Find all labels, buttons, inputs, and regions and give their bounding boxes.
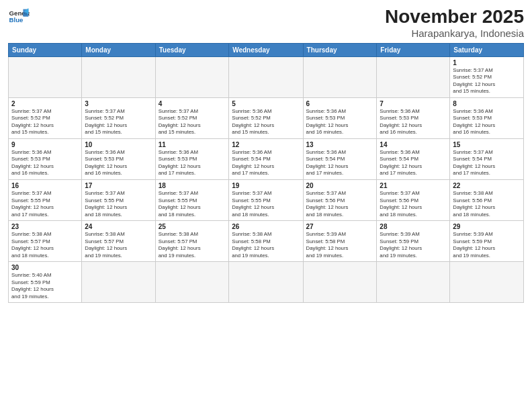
weekday-header-tuesday: Tuesday xyxy=(155,43,229,56)
calendar-cell xyxy=(9,56,82,97)
calendar-cell: 28Sunrise: 5:39 AM Sunset: 5:59 PM Dayli… xyxy=(377,221,450,262)
day-number: 11 xyxy=(159,141,226,148)
calendar-table: SundayMondayTuesdayWednesdayThursdayFrid… xyxy=(8,43,524,303)
calendar-cell xyxy=(303,56,377,97)
day-number: 6 xyxy=(306,100,374,107)
calendar-cell: 30Sunrise: 5:40 AM Sunset: 5:59 PM Dayli… xyxy=(9,262,82,303)
calendar-cell: 17Sunrise: 5:37 AM Sunset: 5:55 PM Dayli… xyxy=(82,179,155,220)
day-number: 16 xyxy=(11,182,79,189)
day-info: Sunrise: 5:36 AM Sunset: 5:52 PM Dayligh… xyxy=(232,108,300,136)
calendar-cell xyxy=(229,56,303,97)
calendar-cell: 14Sunrise: 5:36 AM Sunset: 5:54 PM Dayli… xyxy=(377,138,450,179)
day-info: Sunrise: 5:38 AM Sunset: 5:56 PM Dayligh… xyxy=(453,190,521,218)
day-info: Sunrise: 5:37 AM Sunset: 5:56 PM Dayligh… xyxy=(380,190,447,218)
day-number: 28 xyxy=(380,223,447,230)
calendar-cell: 26Sunrise: 5:38 AM Sunset: 5:58 PM Dayli… xyxy=(229,221,303,262)
day-info: Sunrise: 5:37 AM Sunset: 5:55 PM Dayligh… xyxy=(159,190,226,218)
day-info: Sunrise: 5:37 AM Sunset: 5:55 PM Dayligh… xyxy=(232,190,300,218)
page-subtitle: Harapankarya, Indonesia xyxy=(385,28,524,39)
day-info: Sunrise: 5:38 AM Sunset: 5:58 PM Dayligh… xyxy=(232,231,300,259)
day-number: 25 xyxy=(159,223,226,230)
weekday-header-thursday: Thursday xyxy=(303,43,377,56)
day-number: 19 xyxy=(232,182,300,189)
calendar-cell: 9Sunrise: 5:36 AM Sunset: 5:53 PM Daylig… xyxy=(9,138,82,179)
day-number: 24 xyxy=(85,223,152,230)
day-number: 1 xyxy=(453,59,521,66)
page: General Blue November 2025 Harapankarya,… xyxy=(0,0,532,411)
day-info: Sunrise: 5:37 AM Sunset: 5:52 PM Dayligh… xyxy=(159,108,226,136)
day-info: Sunrise: 5:39 AM Sunset: 5:58 PM Dayligh… xyxy=(306,231,374,259)
svg-text:Blue: Blue xyxy=(9,16,24,24)
day-info: Sunrise: 5:37 AM Sunset: 5:56 PM Dayligh… xyxy=(306,190,374,218)
day-number: 20 xyxy=(306,182,374,189)
calendar-cell: 18Sunrise: 5:37 AM Sunset: 5:55 PM Dayli… xyxy=(155,179,229,220)
calendar-cell: 16Sunrise: 5:37 AM Sunset: 5:55 PM Dayli… xyxy=(9,179,82,220)
day-number: 8 xyxy=(453,100,521,107)
day-number: 27 xyxy=(306,223,374,230)
calendar-week-6: 30Sunrise: 5:40 AM Sunset: 5:59 PM Dayli… xyxy=(9,262,524,303)
calendar-cell xyxy=(155,56,229,97)
calendar-week-1: 1Sunrise: 5:37 AM Sunset: 5:52 PM Daylig… xyxy=(9,56,524,97)
calendar-cell xyxy=(82,56,155,97)
calendar-cell: 5Sunrise: 5:36 AM Sunset: 5:52 PM Daylig… xyxy=(229,97,303,138)
day-number: 7 xyxy=(380,100,447,107)
weekday-header-friday: Friday xyxy=(377,43,450,56)
day-number: 23 xyxy=(11,223,79,230)
calendar-week-5: 23Sunrise: 5:38 AM Sunset: 5:57 PM Dayli… xyxy=(9,221,524,262)
day-info: Sunrise: 5:37 AM Sunset: 5:52 PM Dayligh… xyxy=(11,108,79,136)
day-number: 18 xyxy=(159,182,226,189)
day-number: 29 xyxy=(453,223,521,230)
day-info: Sunrise: 5:38 AM Sunset: 5:57 PM Dayligh… xyxy=(85,231,152,259)
calendar-cell: 15Sunrise: 5:37 AM Sunset: 5:54 PM Dayli… xyxy=(450,138,524,179)
day-number: 14 xyxy=(380,141,447,148)
calendar-cell: 13Sunrise: 5:36 AM Sunset: 5:54 PM Dayli… xyxy=(303,138,377,179)
day-info: Sunrise: 5:36 AM Sunset: 5:54 PM Dayligh… xyxy=(380,149,447,177)
calendar-cell: 7Sunrise: 5:36 AM Sunset: 5:53 PM Daylig… xyxy=(377,97,450,138)
day-info: Sunrise: 5:36 AM Sunset: 5:53 PM Dayligh… xyxy=(306,108,374,136)
day-number: 9 xyxy=(11,141,79,148)
calendar-header-row: SundayMondayTuesdayWednesdayThursdayFrid… xyxy=(9,43,524,56)
calendar-cell xyxy=(377,262,450,303)
day-info: Sunrise: 5:40 AM Sunset: 5:59 PM Dayligh… xyxy=(11,272,79,300)
calendar-cell: 12Sunrise: 5:36 AM Sunset: 5:54 PM Dayli… xyxy=(229,138,303,179)
calendar-cell: 6Sunrise: 5:36 AM Sunset: 5:53 PM Daylig… xyxy=(303,97,377,138)
calendar-cell xyxy=(229,262,303,303)
day-info: Sunrise: 5:37 AM Sunset: 5:52 PM Dayligh… xyxy=(453,67,521,95)
calendar-cell: 29Sunrise: 5:39 AM Sunset: 5:59 PM Dayli… xyxy=(450,221,524,262)
calendar-cell xyxy=(82,262,155,303)
day-info: Sunrise: 5:36 AM Sunset: 5:53 PM Dayligh… xyxy=(453,108,521,136)
calendar-cell: 22Sunrise: 5:38 AM Sunset: 5:56 PM Dayli… xyxy=(450,179,524,220)
day-number: 30 xyxy=(11,264,79,271)
day-info: Sunrise: 5:38 AM Sunset: 5:57 PM Dayligh… xyxy=(159,231,226,259)
calendar-cell: 27Sunrise: 5:39 AM Sunset: 5:58 PM Dayli… xyxy=(303,221,377,262)
header: General Blue November 2025 Harapankarya,… xyxy=(8,7,524,39)
day-info: Sunrise: 5:37 AM Sunset: 5:52 PM Dayligh… xyxy=(85,108,152,136)
day-info: Sunrise: 5:36 AM Sunset: 5:53 PM Dayligh… xyxy=(85,149,152,177)
page-title: November 2025 xyxy=(385,7,524,28)
day-number: 4 xyxy=(159,100,226,107)
weekday-header-wednesday: Wednesday xyxy=(229,43,303,56)
day-info: Sunrise: 5:39 AM Sunset: 5:59 PM Dayligh… xyxy=(453,231,521,259)
day-info: Sunrise: 5:39 AM Sunset: 5:59 PM Dayligh… xyxy=(380,231,447,259)
calendar-cell xyxy=(155,262,229,303)
calendar-cell: 20Sunrise: 5:37 AM Sunset: 5:56 PM Dayli… xyxy=(303,179,377,220)
day-info: Sunrise: 5:38 AM Sunset: 5:57 PM Dayligh… xyxy=(11,231,79,259)
day-number: 3 xyxy=(85,100,152,107)
calendar-cell: 21Sunrise: 5:37 AM Sunset: 5:56 PM Dayli… xyxy=(377,179,450,220)
weekday-header-monday: Monday xyxy=(82,43,155,56)
day-number: 5 xyxy=(232,100,300,107)
day-number: 26 xyxy=(232,223,300,230)
day-number: 22 xyxy=(453,182,521,189)
day-info: Sunrise: 5:37 AM Sunset: 5:55 PM Dayligh… xyxy=(85,190,152,218)
day-number: 2 xyxy=(11,100,79,107)
day-number: 15 xyxy=(453,141,521,148)
day-number: 17 xyxy=(85,182,152,189)
day-number: 10 xyxy=(85,141,152,148)
calendar-cell: 25Sunrise: 5:38 AM Sunset: 5:57 PM Dayli… xyxy=(155,221,229,262)
logo-icon: General Blue xyxy=(8,7,30,26)
calendar-cell: 19Sunrise: 5:37 AM Sunset: 5:55 PM Dayli… xyxy=(229,179,303,220)
calendar-cell xyxy=(377,56,450,97)
calendar-cell: 3Sunrise: 5:37 AM Sunset: 5:52 PM Daylig… xyxy=(82,97,155,138)
calendar-cell: 10Sunrise: 5:36 AM Sunset: 5:53 PM Dayli… xyxy=(82,138,155,179)
calendar-cell: 11Sunrise: 5:36 AM Sunset: 5:53 PM Dayli… xyxy=(155,138,229,179)
